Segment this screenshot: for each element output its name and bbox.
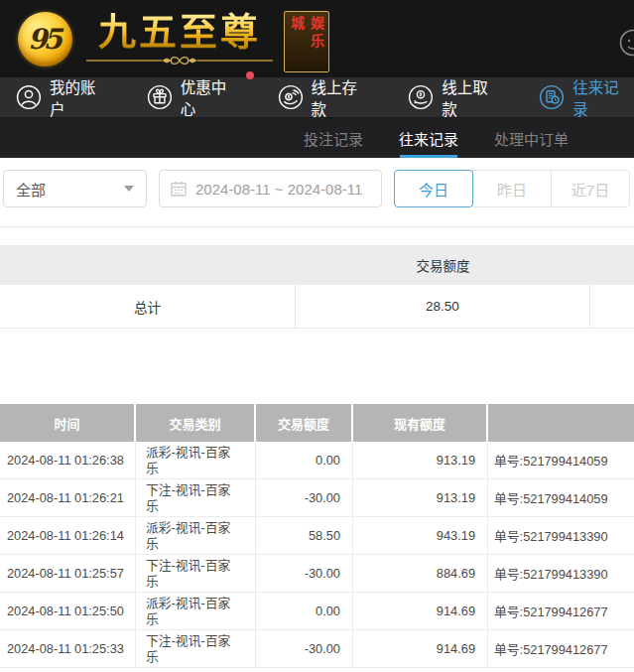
summary-total-label: 总计 [0,285,296,328]
records-icon [539,84,565,110]
page: 95 九五至尊 娱乐城 [0,0,634,672]
cell-time: 2024-08-11 01:26:14 [0,517,136,554]
nav-item-label: 线上取款 [442,75,503,119]
summary-header-amount: 交易额度 [296,255,590,275]
tab-label: 投注记录 [304,128,363,149]
cell-time: 2024-08-11 01:25:57 [0,555,136,592]
cell-balance: 913.19 [353,442,488,478]
cell-amount: 0.00 [256,442,353,478]
cell-balance: 914.69 [353,630,488,667]
cell-balance: 884.69 [353,555,488,592]
service-icon[interactable] [618,28,634,58]
deposit-icon [278,84,304,110]
brand-badge: 娱乐城 [284,11,329,72]
cell-time: 2024-08-11 01:26:38 [0,442,136,478]
column-header-amount: 交易额度 [256,404,353,442]
summary-total-row: 总计 28.50 [0,285,634,329]
nav-item-my-account[interactable]: 我的账户 [16,75,111,119]
today-button[interactable]: 今日 [394,170,473,207]
transactions-table: 时间 交易类别 交易额度 现有额度 2024-08-11 01:26:38 派彩… [0,404,634,668]
brand-name: 九五至尊 [98,11,261,53]
summary-header-row: 交易额度 [0,245,634,285]
table-row: 2024-08-11 01:26:21 下注-视讯-百家乐 -30.00 913… [0,479,634,517]
cell-balance: 943.19 [353,517,488,554]
cell-category: 下注-视讯-百家乐 [136,479,256,516]
cell-category: 派彩-视讯-百家乐 [136,593,256,629]
cell-amount: -30.00 [256,479,353,516]
tab-transaction-records[interactable]: 往来记录 [399,118,458,158]
cell-time: 2024-08-11 01:25:50 [0,593,136,629]
table-header-row: 时间 交易类别 交易额度 现有额度 [0,404,634,442]
yesterday-button[interactable]: 昨日 [472,170,552,207]
nav-item-label: 往来记录 [572,75,634,119]
nav-item-online-withdrawal[interactable]: 线上取款 [408,75,503,119]
cell-category: 下注-视讯-百家乐 [136,555,256,592]
record-tab-bar: 投注记录 往来记录 处理中订单 [0,117,634,158]
cell-amount: 0.00 [256,593,353,629]
site-header: 95 九五至尊 娱乐城 [0,0,634,77]
summary-empty-cell [590,285,634,328]
cell-balance: 913.19 [353,479,488,516]
brand-logo[interactable]: 95 九五至尊 娱乐城 [18,5,329,72]
column-header-order [488,404,634,442]
nav-item-online-deposit[interactable]: 线上存款 [278,75,373,119]
date-range-value: 2024-08-11 ~ 2024-08-11 [195,181,362,198]
notification-dot [246,71,254,79]
brand-monogram: 95 [28,23,59,56]
cell-order: 单号:521799412677 [488,630,634,667]
cell-category: 派彩-视讯-百家乐 [136,517,256,554]
user-icon [16,84,42,110]
date-range-input[interactable]: 2024-08-11 ~ 2024-08-11 [159,170,382,207]
cell-order: 单号:521799414059 [488,479,634,516]
type-select-value: 全部 [16,179,46,200]
chevron-down-icon [124,186,134,192]
table-row: 2024-08-11 01:25:57 下注-视讯-百家乐 -30.00 884… [0,555,634,593]
cell-order: 单号:521799414059 [488,442,634,478]
column-header-balance: 现有额度 [353,404,488,442]
tab-label: 往来记录 [399,128,458,149]
cell-order: 单号:521799412677 [488,593,634,629]
cell-category: 派彩-视讯-百家乐 [136,442,256,478]
tab-bet-records[interactable]: 投注记录 [304,118,363,158]
column-header-time: 时间 [0,404,136,442]
nav-item-label: 优惠中心 [181,75,242,119]
nav-item-transaction-records[interactable]: 往来记录 [539,75,634,119]
calendar-icon [170,180,188,198]
cell-amount: -30.00 [256,555,353,592]
flourish-ornament-icon [82,54,277,67]
nav-item-label: 线上存款 [312,75,373,119]
cell-balance: 914.69 [353,593,488,629]
cell-time: 2024-08-11 01:25:33 [0,630,136,667]
cell-category: 下注-视讯-百家乐 [136,630,256,667]
cell-order: 单号:521799413390 [488,517,634,554]
withdraw-icon [408,84,434,110]
cell-amount: 58.50 [256,517,353,554]
brand-monogram-icon: 95 [18,12,72,67]
filter-bar: 全部 2024-08-11 ~ 2024-08-11 今日 昨日 近7日 [0,158,634,226]
cell-order: 单号:521799413390 [488,555,634,592]
section-divider [0,226,634,227]
nav-item-promotions[interactable]: 优惠中心 [147,75,242,119]
table-row: 2024-08-11 01:26:14 派彩-视讯-百家乐 58.50 943.… [0,517,634,555]
nav-item-label: 我的账户 [50,75,111,119]
cell-time: 2024-08-11 01:26:21 [0,479,136,516]
type-select[interactable]: 全部 [3,170,147,207]
quick-date-buttons: 今日 昨日 近7日 [394,170,630,207]
table-row: 2024-08-11 01:25:50 派彩-视讯-百家乐 0.00 914.6… [0,593,634,630]
cell-amount: -30.00 [256,630,353,667]
gift-icon [147,84,173,110]
table-row: 2024-08-11 01:26:38 派彩-视讯-百家乐 0.00 913.1… [0,442,634,479]
tab-processing-orders[interactable]: 处理中订单 [494,118,569,158]
table-row: 2024-08-11 01:25:33 下注-视讯-百家乐 -30.00 914… [0,630,634,668]
column-header-category: 交易类别 [136,404,256,442]
last7days-button[interactable]: 近7日 [551,170,630,207]
tab-label: 处理中订单 [494,128,569,149]
summary-table: 交易额度 总计 28.50 [0,245,634,329]
summary-total-value: 28.50 [296,285,590,328]
main-nav: 我的账户 优惠中心 线上存款 [0,77,634,117]
